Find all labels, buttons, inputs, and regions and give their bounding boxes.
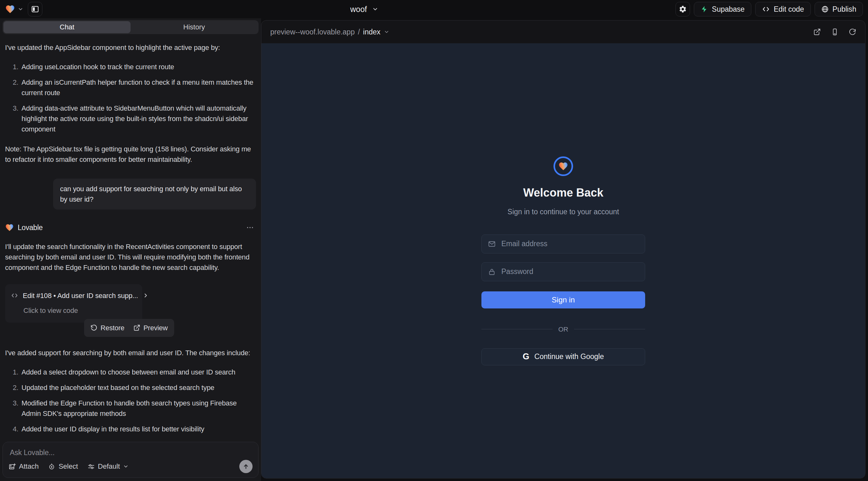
email-field[interactable] <box>482 234 645 253</box>
external-link-icon <box>133 324 141 331</box>
sidebar-toggle-button[interactable] <box>28 2 42 17</box>
globe-icon <box>821 5 829 13</box>
open-in-new-tab-button[interactable] <box>813 28 821 36</box>
attach-label: Attach <box>19 462 38 471</box>
supabase-button[interactable]: Supabase <box>694 2 751 17</box>
attach-button[interactable]: Attach <box>8 462 38 471</box>
preview-url-host: preview--woof.lovable.app <box>270 28 355 36</box>
sliders-icon <box>88 463 95 470</box>
publish-button[interactable]: Publish <box>814 2 863 17</box>
lovable-logo[interactable] <box>5 4 23 14</box>
preview-url-selector[interactable]: preview--woof.lovable.app / index <box>270 28 390 36</box>
signin-subtitle: Sign in to continue to your account <box>508 207 619 216</box>
tab-history[interactable]: History <box>130 21 258 33</box>
url-separator: / <box>358 28 360 36</box>
heart-logo-icon <box>558 161 568 171</box>
assistant-message-intro: I've updated the AppSidebar component to… <box>5 42 256 53</box>
project-name: woof <box>350 5 367 14</box>
assistant-header: Lovable <box>5 222 256 233</box>
chat-input[interactable] <box>8 447 253 460</box>
chevron-down-icon <box>18 6 23 12</box>
restore-button[interactable]: Restore <box>90 323 125 333</box>
code-brackets-icon <box>762 5 770 13</box>
supabase-bolt-icon <box>701 5 708 13</box>
mode-selector[interactable]: Default <box>88 462 129 471</box>
project-selector[interactable]: woof <box>350 0 378 18</box>
signin-card: Welcome Back Sign in to continue to your… <box>482 156 645 365</box>
chevron-right-icon <box>143 292 149 299</box>
edit-code-button[interactable]: Edit code <box>755 2 811 17</box>
list-item: Updated the placeholder text based on th… <box>20 382 256 393</box>
list-item: Adding an isCurrentPath helper function … <box>20 77 256 98</box>
mode-label: Default <box>98 462 120 471</box>
panel-left-icon <box>31 5 39 13</box>
restore-icon <box>90 324 97 331</box>
image-plus-icon <box>8 463 16 470</box>
list-item: Adding useLocation hook to track the cur… <box>20 62 256 72</box>
email-input[interactable] <box>501 239 639 248</box>
top-bar: woof Supabase Edit code <box>0 0 868 18</box>
list-item: Modified the Edge Function to handle bot… <box>20 398 256 419</box>
gear-icon <box>679 5 687 13</box>
google-sign-in-button[interactable]: G Continue with Google <box>482 348 645 365</box>
target-icon <box>48 463 55 470</box>
google-g-icon: G <box>523 352 529 361</box>
refresh-button[interactable] <box>849 28 856 36</box>
edit-card-actions: Restore Preview <box>84 319 174 337</box>
password-field[interactable] <box>482 262 645 281</box>
code-brackets-icon <box>11 292 18 299</box>
chat-panel: Chat History I've updated the AppSidebar… <box>0 18 261 481</box>
chevron-down-icon <box>123 463 129 469</box>
heart-logo-icon <box>5 223 14 232</box>
chevron-down-icon <box>372 6 378 12</box>
or-label: OR <box>558 325 568 333</box>
list-item: Added the user ID display in the results… <box>20 424 256 434</box>
edit-code-label: Edit code <box>774 5 804 13</box>
preview-label: Preview <box>144 323 168 333</box>
tab-chat[interactable]: Chat <box>3 21 130 33</box>
list-item: Adding data-active attribute to SidebarM… <box>20 103 256 134</box>
chat-composer: Attach Select Default <box>3 442 258 478</box>
select-button[interactable]: Select <box>48 462 78 471</box>
signin-title: Welcome Back <box>523 186 603 199</box>
supabase-label: Supabase <box>712 5 745 13</box>
assistant-name: Lovable <box>18 222 43 233</box>
assistant-message-intro: I'll update the search functionality in … <box>5 242 256 273</box>
mobile-view-button[interactable] <box>831 28 839 36</box>
list-item: Added a select dropdown to choose betwee… <box>20 367 256 377</box>
app-logo <box>554 156 573 176</box>
preview-panel: preview--woof.lovable.app / index <box>261 20 865 478</box>
heart-logo-icon <box>5 4 15 14</box>
chat-history-tabs: Chat History <box>3 20 258 34</box>
preview-button[interactable]: Preview <box>133 323 168 333</box>
sign-in-button[interactable]: Sign in <box>482 291 645 309</box>
google-label: Continue with Google <box>534 352 604 361</box>
message-menu-icon[interactable] <box>246 223 256 232</box>
edit-card-subtitle: Click to view code <box>23 305 136 316</box>
preview-url-path: index <box>363 28 380 36</box>
settings-button[interactable] <box>676 2 690 17</box>
assistant-message-note: Note: The AppSidebar.tsx file is getting… <box>5 144 256 165</box>
arrow-up-icon <box>243 463 249 470</box>
chat-messages: I've updated the AppSidebar component to… <box>3 34 258 439</box>
edit-version-card[interactable]: Edit #108 • Add user ID search supp... C… <box>5 284 142 323</box>
publish-label: Publish <box>833 5 856 13</box>
mail-icon <box>488 240 496 248</box>
assistant-message-summary: I've added support for searching by both… <box>5 348 256 358</box>
edit-card-title: Edit #108 • Add user ID search supp... <box>23 290 138 301</box>
select-label: Select <box>59 462 78 471</box>
preview-toolbar: preview--woof.lovable.app / index <box>261 21 865 43</box>
chevron-down-icon <box>384 29 390 35</box>
assistant-message-list: Added a select dropdown to choose betwee… <box>5 367 256 434</box>
password-input[interactable] <box>501 267 639 276</box>
preview-viewport: Welcome Back Sign in to continue to your… <box>261 43 865 478</box>
send-button[interactable] <box>239 460 253 473</box>
restore-label: Restore <box>100 323 125 333</box>
lock-icon <box>488 268 496 276</box>
user-message-bubble: can you add support for searching not on… <box>53 179 256 210</box>
assistant-message-list: Adding useLocation hook to track the cur… <box>5 62 256 134</box>
or-divider: OR <box>482 325 645 333</box>
